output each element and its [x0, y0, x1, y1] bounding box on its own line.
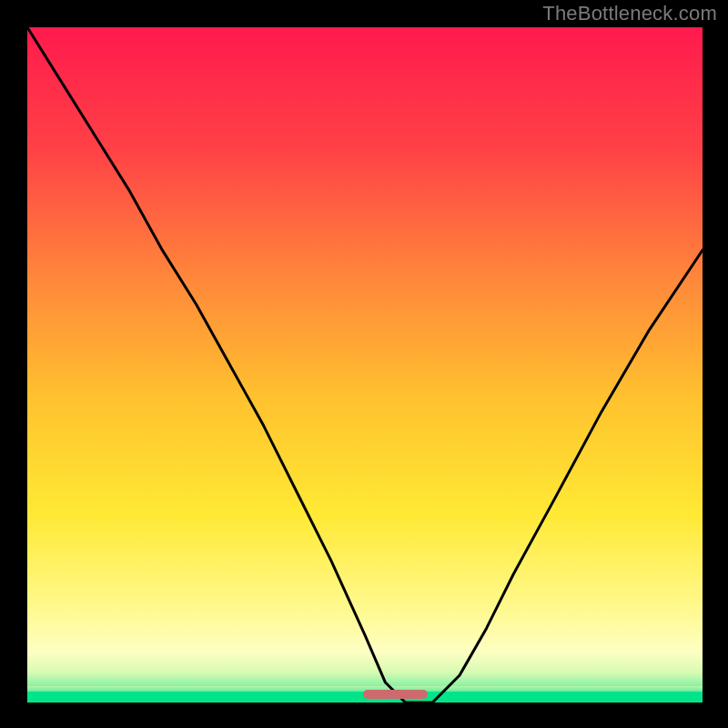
chart-frame: TheBottleneck.com [0, 0, 728, 728]
bottleneck-curve [27, 27, 703, 703]
watermark-text: TheBottleneck.com [542, 2, 717, 25]
optimal-range-marker [363, 690, 427, 699]
plot-area [27, 27, 703, 703]
